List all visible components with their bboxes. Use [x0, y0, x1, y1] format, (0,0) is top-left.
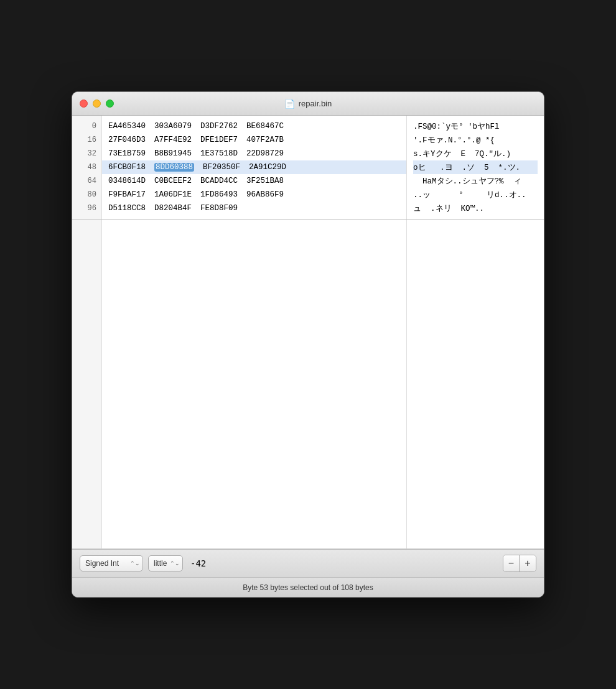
hex-row-48[interactable]: 6FCB0F18 8DD60388 BF20350F 2A91C29D: [102, 160, 406, 174]
hex-group: FE8D8F09: [200, 204, 238, 213]
line-num-0: 0: [72, 119, 101, 133]
traffic-lights: [80, 99, 114, 108]
hex-group: BCADD4CC: [200, 177, 238, 185]
hex-row-64[interactable]: 0348614D C0BCEEF2 BCADD4CC 3F251BA8: [102, 174, 406, 188]
hex-group: D3DF2762: [200, 122, 238, 131]
ascii-row-64: HaMタシ..シュヤフ?% ィ: [413, 174, 538, 188]
stepper-group: − +: [503, 555, 536, 572]
computed-value: -42: [190, 558, 498, 568]
hex-bytes-panel[interactable]: EA465340 303A6079 D3DF2762 BE68467C 27F0…: [102, 116, 407, 219]
window-title-text: repair.bin: [299, 99, 332, 108]
empty-ascii: [407, 220, 544, 548]
line-num-64: 64: [72, 174, 101, 188]
hex-group: 27F046D3: [108, 136, 146, 144]
endian-select[interactable]: little big: [148, 555, 183, 571]
hex-group: D5118CC8: [108, 204, 146, 213]
hex-group: 0348614D: [108, 177, 146, 185]
empty-hex: [102, 220, 407, 548]
hex-group: DFE1DEF7: [200, 136, 238, 144]
ascii-panel: .FS@0:`yモ° 'bヤhFl '.Fモァ.N.°.°.@ *{ s.キYク…: [407, 116, 544, 219]
hex-group: 73E1B759: [108, 149, 146, 158]
minimize-button[interactable]: [93, 99, 101, 108]
type-select[interactable]: Signed Int Unsigned Int Float Double: [80, 555, 143, 571]
status-bar: Byte 53 bytes selected out of 108 bytes: [72, 577, 544, 597]
hex-group: 3F251BA8: [246, 177, 284, 185]
hex-group: B8B91945: [154, 149, 192, 158]
line-numbers: 0 16 32 48 64 80 96: [72, 116, 102, 219]
hex-row-80[interactable]: F9FBAF17 1A06DF1E 1FD86493 96AB86F9: [102, 188, 406, 201]
line-num-16: 16: [72, 133, 101, 147]
endian-select-wrapper[interactable]: little big: [148, 555, 183, 571]
ascii-row-80: ..ッ ° リd..オ..: [413, 188, 538, 201]
hex-group: BF20350F: [203, 163, 240, 172]
hex-group-selected: 8DD60388: [154, 163, 194, 172]
hex-group: 96AB86F9: [246, 190, 284, 199]
hex-group: 1E37518D: [200, 149, 238, 158]
line-num-80: 80: [72, 188, 101, 201]
ascii-row-16: '.Fモァ.N.°.°.@ *{: [413, 133, 538, 147]
ascii-row-32: s.キYクケ E 7Q."ル.): [413, 147, 538, 160]
status-text: Byte 53 bytes selected out of 108 bytes: [243, 583, 373, 592]
decrement-button[interactable]: −: [503, 555, 520, 571]
hex-group: 303A6079: [154, 122, 192, 131]
hex-group: A7FF4E92: [154, 136, 192, 144]
ascii-row-96: ュ .ネリ KO™..: [413, 201, 538, 215]
hex-group: 2A91C29D: [249, 163, 286, 172]
hex-group: 22D98729: [246, 149, 284, 158]
line-num-48: 48: [72, 160, 101, 174]
close-button[interactable]: [80, 99, 88, 108]
empty-line-numbers: [72, 220, 102, 548]
titlebar: 📄 repair.bin: [72, 92, 544, 116]
hex-row-0[interactable]: EA465340 303A6079 D3DF2762 BE68467C: [102, 119, 406, 133]
hex-group: 407F2A7B: [246, 136, 284, 144]
hex-group: 1A06DF1E: [154, 190, 192, 199]
window-title: 📄 repair.bin: [284, 99, 332, 109]
hex-group: F9FBAF17: [108, 190, 146, 199]
hex-group: BE68467C: [246, 122, 284, 131]
ascii-row-48: oヒ .ヨ .ソ 5 *.ツ.: [413, 160, 538, 174]
maximize-button[interactable]: [106, 99, 114, 108]
line-num-32: 32: [72, 147, 101, 160]
hex-editor-window: 📄 repair.bin 0 16 32 48 64 80 96 EA46534…: [72, 91, 544, 598]
type-select-wrapper[interactable]: Signed Int Unsigned Int Float Double: [80, 555, 143, 571]
line-num-96: 96: [72, 201, 101, 215]
hex-row-96[interactable]: D5118CC8 D8204B4F FE8D8F09: [102, 201, 406, 215]
hex-row-16[interactable]: 27F046D3 A7FF4E92 DFE1DEF7 407F2A7B: [102, 133, 406, 147]
ascii-row-0: .FS@0:`yモ° 'bヤhFl: [413, 119, 538, 133]
file-icon: 📄: [284, 99, 295, 109]
hex-group: D8204B4F: [154, 204, 192, 213]
hex-group: C0BCEEF2: [154, 177, 192, 185]
hex-content-area: 0 16 32 48 64 80 96 EA465340 303A6079 D3…: [72, 116, 544, 220]
empty-content-area: [72, 220, 544, 549]
hex-group: 6FCB0F18: [108, 163, 146, 172]
hex-group: EA465340: [108, 122, 146, 131]
increment-button[interactable]: +: [520, 555, 536, 571]
hex-group: 1FD86493: [200, 190, 238, 199]
bottom-bar: Signed Int Unsigned Int Float Double lit…: [72, 549, 544, 577]
hex-row-32[interactable]: 73E1B759 B8B91945 1E37518D 22D98729: [102, 147, 406, 160]
